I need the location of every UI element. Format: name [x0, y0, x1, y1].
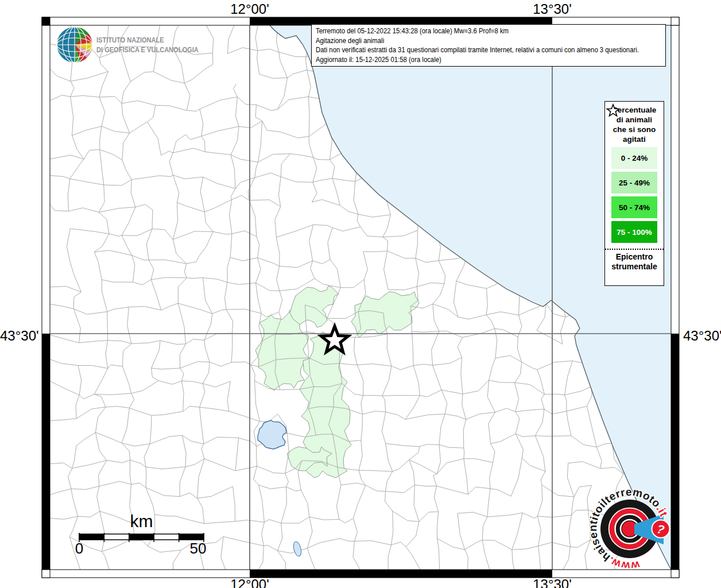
legend-swatch-25-49: 25 - 49% — [611, 172, 657, 194]
lat-label-left: 43°30' — [0, 328, 36, 344]
legend-swatch-75-100: 75 - 100% — [611, 221, 657, 243]
legend-box: Percentuale di animali che si sono agita… — [604, 101, 664, 286]
scale-bar-start: 0 — [75, 540, 83, 557]
ingv-name-line1: ISTITUTO NAZIONALE — [96, 36, 164, 44]
info-topic-line: Agitazione degli animali — [316, 36, 671, 46]
earthquake-info-lines: Terremoto del 05-12-2022 15:43:28 (ora l… — [316, 26, 671, 64]
info-source-line: Dati non verificati estratti da 31 quest… — [316, 45, 671, 55]
epicenter-label-line: Epicentro — [605, 252, 664, 262]
lon-label-top-left: 12°00' — [210, 1, 290, 16]
epicenter-legend-label: Epicentro strumentale — [605, 252, 664, 272]
epicenter-star-icon — [605, 103, 621, 118]
ingv-name-line2: DI GEOFISICA E VULCANOLOGIA — [96, 45, 199, 54]
lat-label-right: 43°30' — [683, 328, 721, 344]
lon-label-bottom-right: 13°30' — [512, 577, 592, 588]
earthquake-info-box: Terremoto del 05-12-2022 15:43:28 (ora l… — [311, 24, 666, 67]
epicenter-label-line: strumentale — [605, 262, 664, 272]
haisentito-map-page: km050ISTITUTO NAZIONALEDI GEOFISICA E VU… — [0, 0, 721, 588]
lon-label-bottom-left: 12°00' — [210, 577, 290, 588]
legend-swatch-0-24: 0 - 24% — [611, 147, 657, 169]
legend-swatch-50-74: 50 - 74% — [611, 196, 657, 218]
lon-label-top-right: 13°30' — [512, 1, 592, 16]
map-canvas: km050ISTITUTO NAZIONALEDI GEOFISICA E VU… — [0, 0, 721, 588]
legend-divider — [605, 249, 664, 250]
scale-bar-end: 50 — [190, 540, 207, 557]
legend-title-line: che si sono — [605, 125, 664, 134]
info-event-line: Terremoto del 05-12-2022 15:43:28 (ora l… — [316, 26, 671, 36]
legend-title-line: agitati — [605, 134, 664, 144]
scale-bar-unit: km — [130, 512, 153, 531]
info-updated-line: Aggiornato il: 15-12-2025 01:58 (ora loc… — [316, 55, 671, 65]
